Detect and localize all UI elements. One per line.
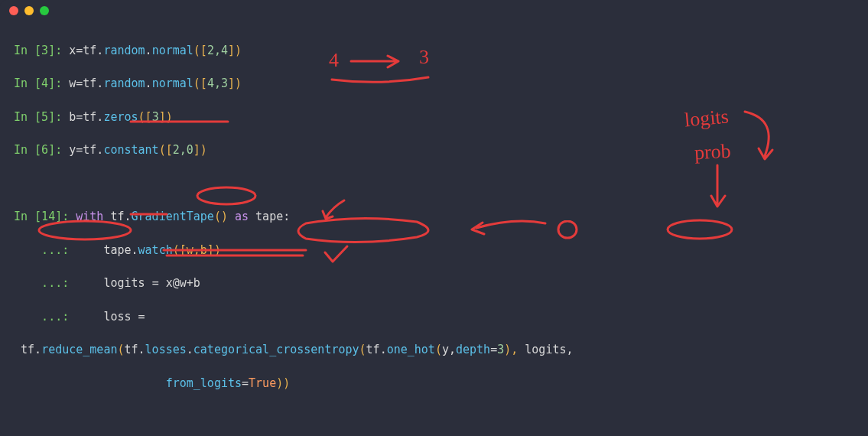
code-line: In [14]: with tf.GradientTape() as tape:	[14, 209, 854, 226]
terminal-content[interactable]: In [3]: x=tf.random.normal([2,4]) In [4]…	[0, 21, 868, 436]
window-titlebar	[0, 0, 868, 21]
code-line: from_logits=True))	[14, 376, 854, 392]
code-line: ...: logits = x@w+b	[14, 275, 854, 292]
code-line: In [5]: b=tf.zeros([3])	[14, 109, 854, 126]
terminal-window: In [3]: x=tf.random.normal([2,4]) In [4]…	[0, 0, 868, 436]
code-line: In [4]: w=tf.random.normal([4,3])	[14, 76, 854, 93]
code-line: ...: loss =	[14, 309, 854, 326]
code-line: In [3]: x=tf.random.normal([2,4])	[14, 43, 854, 60]
minimize-button[interactable]	[24, 6, 34, 15]
close-button[interactable]	[9, 6, 18, 15]
repl-prompt: In [3]:	[14, 44, 69, 57]
code-line: In [6]: y=tf.constant([2,0])	[14, 142, 854, 159]
maximize-button[interactable]	[40, 6, 49, 15]
code-line: ...: tape.watch([w,b])	[14, 242, 854, 259]
code-line: tf.reduce_mean(tf.losses.categorical_cro…	[14, 342, 854, 359]
